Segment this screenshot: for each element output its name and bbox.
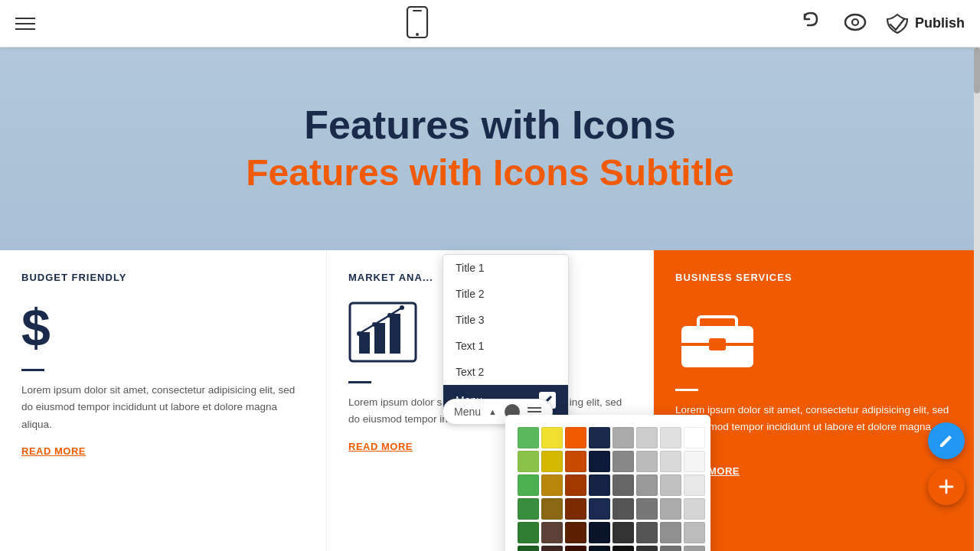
color-swatch[interactable] [660,546,681,551]
market-read-more[interactable]: READ MORE [348,441,413,452]
dollar-icon: $ [21,302,305,354]
color-swatch[interactable] [518,451,539,472]
dropdown-item-title2[interactable]: Title 2 [443,281,568,307]
color-swatch[interactable] [518,498,539,520]
color-swatch[interactable] [589,546,610,551]
color-swatch[interactable] [612,451,634,472]
preview-icon[interactable] [843,10,867,37]
toolbar-left [15,18,35,30]
color-swatch[interactable] [589,522,610,543]
color-swatch[interactable] [565,427,586,448]
color-swatch[interactable] [636,498,658,520]
dropdown-item-title1[interactable]: Title 1 [443,255,568,281]
color-swatch[interactable] [684,498,705,520]
color-swatch[interactable] [636,522,658,543]
color-swatch[interactable] [612,546,634,551]
toolbar: Publish [0,0,980,47]
main-content: Features with Icons Features with Icons … [0,47,980,551]
dropdown-item-title3[interactable]: Title 3 [443,307,568,333]
color-swatch[interactable] [541,474,563,496]
budget-card-text: Lorem ipsum dolor sit amet, consectetur … [21,382,305,433]
dropdown-item-text1[interactable]: Text 1 [443,333,568,359]
fab-pencil-button[interactable] [928,422,965,459]
divider [675,389,698,391]
color-swatch[interactable] [660,427,681,448]
color-swatch[interactable] [541,427,563,448]
dropdown-item-text2[interactable]: Text 2 [443,359,568,385]
color-swatch[interactable] [589,427,610,448]
budget-card: BUDGET FRIENDLY $ Lorem ipsum dolor sit … [0,250,326,551]
color-swatch[interactable] [684,427,705,448]
color-swatch[interactable] [684,474,705,496]
dropdown-popup: Title 1 Title 2 Title 3 Text 1 Text 2 Me… [443,254,569,416]
color-swatch[interactable] [684,546,705,551]
svg-point-10 [372,322,377,327]
color-swatch[interactable] [684,522,705,543]
color-swatch[interactable] [565,498,586,520]
svg-point-4 [852,19,858,25]
color-swatch[interactable] [636,546,658,551]
color-swatch[interactable] [541,546,563,551]
menu-bar-caret: ▲ [488,407,497,416]
svg-rect-8 [390,314,400,354]
color-swatch[interactable] [565,474,586,496]
menu-bar-label: Menu [454,406,481,418]
color-swatch[interactable] [565,451,586,472]
business-card-title: BUSINESS SERVICES [675,272,959,283]
color-swatch[interactable] [660,522,681,543]
svg-rect-7 [374,323,385,354]
hero-section: Features with Icons Features with Icons … [0,47,980,250]
hero-subtitle: Features with Icons Subtitle [246,149,733,197]
budget-read-more[interactable]: READ MORE [21,445,86,457]
scrollbar-track[interactable] [974,47,980,551]
color-swatch[interactable] [660,498,681,520]
color-swatch[interactable] [518,474,539,496]
color-swatch[interactable] [589,451,610,472]
svg-rect-16 [709,338,726,350]
color-swatch[interactable] [565,546,586,551]
color-swatch[interactable] [541,522,563,543]
color-swatch[interactable] [636,427,658,448]
toolbar-center [405,6,430,41]
color-swatch[interactable] [518,546,539,551]
hero-title: Features with Icons [304,101,675,148]
color-swatch[interactable] [612,474,634,496]
color-swatch[interactable] [565,522,586,543]
svg-point-11 [387,313,392,318]
color-swatch[interactable] [612,427,634,448]
color-picker-popup: More > [505,415,710,551]
briefcase-icon [675,302,959,373]
svg-rect-6 [359,332,370,354]
toolbar-right: Publish [800,10,965,37]
color-swatch[interactable] [660,474,681,496]
scrollbar-thumb[interactable] [974,47,980,93]
color-swatch[interactable] [589,474,610,496]
svg-point-12 [400,305,404,310]
color-swatch[interactable] [518,427,539,448]
color-swatch[interactable] [660,451,681,472]
undo-icon[interactable] [800,10,825,37]
svg-point-1 [416,33,419,36]
divider [348,381,371,383]
color-swatch[interactable] [636,474,658,496]
fab-plus-button[interactable] [928,468,965,505]
color-swatch[interactable] [541,498,563,520]
publish-button[interactable]: Publish [886,13,965,34]
hamburger-icon[interactable] [15,18,35,30]
color-swatch[interactable] [541,451,563,472]
phone-icon[interactable] [405,6,430,41]
color-swatch[interactable] [684,451,705,472]
color-swatch[interactable] [636,451,658,472]
svg-point-3 [845,15,865,30]
color-swatch[interactable] [612,522,634,543]
color-grid [518,427,698,551]
budget-card-title: BUDGET FRIENDLY [21,272,305,283]
divider [21,369,44,371]
color-swatch[interactable] [589,498,610,520]
color-swatch[interactable] [612,498,634,520]
color-swatch[interactable] [518,522,539,543]
svg-point-9 [357,331,361,336]
business-card-text: Lorem ipsum dolor sit amet, consectetur … [675,402,959,453]
